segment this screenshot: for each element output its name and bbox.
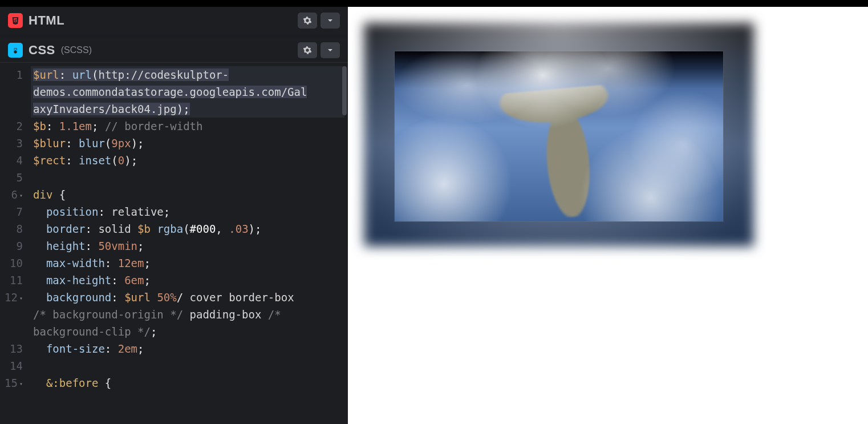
- line-number-gutter: 123456▾789101112▾131415▾: [0, 63, 27, 424]
- code-line[interactable]: background-clip */;: [31, 323, 344, 340]
- gear-icon: [303, 16, 312, 25]
- fold-triangle-icon[interactable]: ▾: [19, 192, 23, 199]
- app-topbar: [0, 0, 868, 7]
- main-split: HTML CSS (SCSS): [0, 7, 868, 424]
- fold-triangle-icon[interactable]: ▾: [19, 295, 23, 301]
- code-line[interactable]: div {: [31, 186, 344, 203]
- line-number: 11: [0, 272, 23, 289]
- code-line[interactable]: demos.commondatastorage.googleapis.com/G…: [31, 83, 344, 100]
- line-number: 15▾: [0, 374, 23, 391]
- html-icon: [8, 13, 23, 28]
- line-number: 5: [0, 169, 23, 186]
- html-panel-controls: [298, 13, 340, 29]
- code-line[interactable]: &:before {: [31, 374, 344, 391]
- code-line[interactable]: max-height: 6em;: [31, 272, 344, 289]
- gear-icon: [303, 46, 312, 55]
- chevron-down-icon: [326, 46, 335, 55]
- code-line[interactable]: [31, 169, 344, 186]
- line-number: 13: [0, 340, 23, 357]
- code-line[interactable]: $rect: inset(0);: [31, 152, 344, 169]
- html-panel-title: HTML: [29, 13, 64, 28]
- css-panel-sub: (SCSS): [61, 45, 92, 55]
- earth-clouds: [395, 51, 723, 221]
- line-number: 1: [0, 66, 23, 83]
- code-line[interactable]: /* background-origin */ padding-box /*: [31, 306, 344, 323]
- fold-triangle-icon[interactable]: ▾: [19, 381, 23, 387]
- css-expand-button[interactable]: [321, 42, 340, 58]
- line-number: 12▾: [0, 289, 23, 306]
- html-settings-button[interactable]: [298, 13, 317, 29]
- code-line[interactable]: axyInvaders/back04.jpg);: [31, 100, 344, 118]
- code-line[interactable]: border: solid $b rgba(#000, .03);: [31, 220, 344, 237]
- code-line[interactable]: font-size: 2em;: [31, 340, 344, 357]
- code-line[interactable]: $blur: blur(9px);: [31, 135, 344, 152]
- css-icon: [8, 43, 23, 58]
- line-number: [0, 306, 23, 323]
- code-line[interactable]: background: $url 50%/ cover border-box: [31, 289, 344, 306]
- css-panel-header[interactable]: CSS (SCSS): [0, 38, 348, 63]
- preview-column: [348, 7, 868, 424]
- scrollbar-thumb[interactable]: [342, 66, 347, 115]
- code-line[interactable]: $url: url(http://codeskulptor-: [31, 66, 344, 83]
- line-number: [0, 83, 23, 100]
- css-panel-label: CSS (SCSS): [8, 43, 92, 58]
- line-number: 3: [0, 135, 23, 152]
- line-number: 4: [0, 152, 23, 169]
- line-number: [0, 100, 23, 118]
- css-panel-title: CSS: [29, 43, 55, 58]
- line-number: 7: [0, 203, 23, 220]
- line-number: 14: [0, 357, 23, 374]
- html-panel-header[interactable]: HTML: [0, 7, 348, 34]
- line-number: 6▾: [0, 186, 23, 203]
- code-line[interactable]: [31, 357, 344, 374]
- line-number: [0, 323, 23, 340]
- chevron-down-icon: [326, 16, 335, 25]
- line-number: 10: [0, 255, 23, 272]
- code-line[interactable]: max-width: 12em;: [31, 255, 344, 272]
- code-line[interactable]: $b: 1.1em; // border-width: [31, 118, 344, 135]
- editor-column: HTML CSS (SCSS): [0, 7, 348, 424]
- css-editor[interactable]: 123456▾789101112▾131415▾ $url: url(http:…: [0, 63, 348, 424]
- html-panel-label: HTML: [8, 13, 64, 28]
- preview-output: [364, 23, 754, 247]
- html-expand-button[interactable]: [321, 13, 340, 29]
- code-area[interactable]: $url: url(http://codeskulptor-demos.comm…: [27, 63, 348, 424]
- line-number: 9: [0, 237, 23, 255]
- line-number: 8: [0, 220, 23, 237]
- code-line[interactable]: position: relative;: [31, 203, 344, 220]
- preview-image: [395, 51, 723, 221]
- css-panel-controls: [298, 42, 340, 58]
- code-line[interactable]: height: 50vmin;: [31, 237, 344, 255]
- line-number: 2: [0, 118, 23, 135]
- css-settings-button[interactable]: [298, 42, 317, 58]
